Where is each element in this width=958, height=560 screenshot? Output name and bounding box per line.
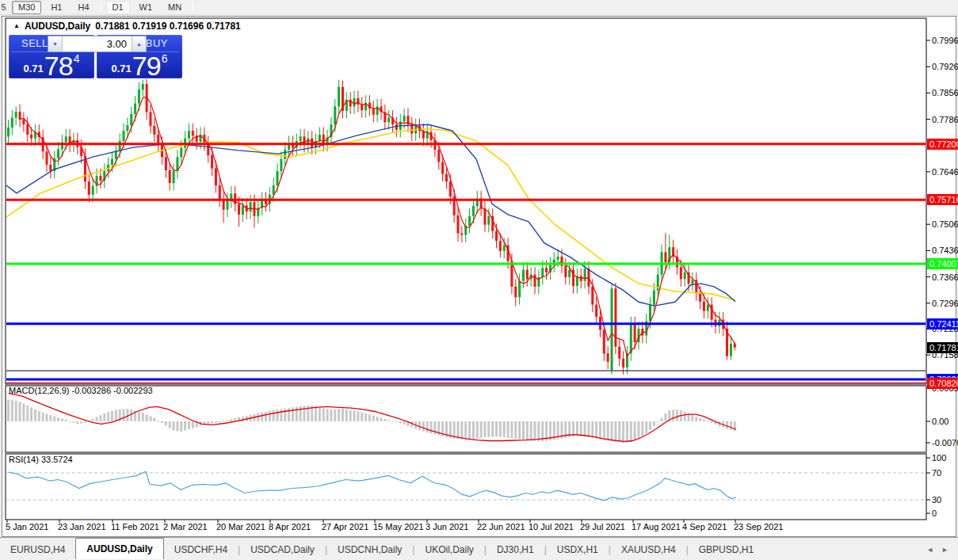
- price-line-label: 0.72411: [927, 318, 958, 330]
- buy-price-point: 6: [162, 52, 168, 65]
- main-pane: [3, 79, 926, 383]
- timeframe-button-h1[interactable]: H1: [44, 1, 68, 14]
- one-click-trade-panel: SELL 0.71784 BUY 0.71796 ▼ 3.00 ▲: [9, 35, 182, 78]
- volume-increase-button[interactable]: ▲: [132, 36, 146, 51]
- pane-frames: [6, 18, 930, 523]
- sell-price-point: 4: [74, 52, 80, 65]
- chevron-up-icon: ▲: [136, 41, 142, 47]
- buy-price-prefix: 0.71: [112, 63, 132, 74]
- volume-decrease-button[interactable]: ▼: [48, 36, 63, 51]
- toolbar-separator: [101, 2, 101, 13]
- rsi-pane: [6, 471, 926, 501]
- date-tick-label: 20 Mar 2021: [216, 522, 265, 531]
- price-tick-label: 0.79960: [932, 36, 958, 46]
- timeframe-button-w1[interactable]: W1: [133, 1, 159, 14]
- chart-tab-dj30-h1[interactable]: DJ30,H1: [487, 540, 544, 559]
- price-tick-label: 0.75060: [932, 219, 958, 230]
- collapse-panel-icon[interactable]: ▲: [13, 22, 20, 29]
- chart-tab-usdcad-daily[interactable]: USDCAD,Daily: [240, 540, 325, 559]
- date-tick-label: 2 Mar 2021: [163, 522, 208, 531]
- chart-tab-audusd-daily[interactable]: AUDUSD,Daily: [75, 538, 163, 559]
- toolbar-separator: [193, 2, 193, 13]
- price-tick-label: 0.76460: [932, 167, 958, 177]
- price-tick-label: 100: [932, 453, 946, 463]
- timeframe-button-d1[interactable]: D1: [106, 1, 130, 14]
- tabs-scroll-left-icon[interactable]: ◄: [926, 546, 933, 554]
- date-tick-label: 22 Jun 2021: [477, 522, 525, 531]
- date-tick-label: 4 Sep 2021: [682, 522, 727, 531]
- price-line-label: 0.70820: [927, 378, 958, 389]
- date-tick-label: 17 Aug 2021: [632, 522, 681, 531]
- mt4-terminal: 5M30H1H4D1W1MN ▲ AUDUSD,Daily 0.71881 0.…: [0, 0, 958, 560]
- price-tick-label: 0.74360: [932, 246, 958, 256]
- buy-button[interactable]: BUY: [146, 37, 168, 49]
- sell-price-prefix: 0.71: [24, 63, 44, 74]
- date-tick-label: 3 Jun 2021: [426, 522, 468, 531]
- price-tick-label: 30: [932, 495, 941, 505]
- date-tick-label: 27 Apr 2021: [322, 522, 368, 531]
- chart-tab-ukoil-daily[interactable]: UKOil,Daily: [414, 540, 483, 559]
- chevron-down-icon: ▼: [52, 41, 58, 47]
- chart-tab-gbpusd-h1[interactable]: GBPUSD,H1: [689, 540, 764, 559]
- price-tick-label: 70: [932, 468, 941, 478]
- date-tick-label: 15 May 2021: [373, 522, 424, 531]
- chart-tab-usdchf-h4[interactable]: USDCHF,H4: [164, 540, 238, 559]
- date-tick-label: 8 Apr 2021: [269, 522, 311, 531]
- price-line-label: 0.71781: [927, 342, 958, 353]
- date-tick-label: 23 Jan 2021: [58, 522, 106, 531]
- price-line-label: 0.75716: [927, 194, 958, 205]
- sell-button[interactable]: SELL: [21, 37, 48, 49]
- date-tick-label: 10 Jul 2021: [529, 522, 574, 531]
- date-tick-label: 5 Jan 2021: [6, 522, 48, 531]
- ohlc-values: 0.71881 0.71919 0.71696 0.71781: [95, 21, 241, 32]
- timeframe-button-h4[interactable]: H4: [71, 1, 95, 14]
- chart-title: ▲ AUDUSD,Daily 0.71881 0.71919 0.71696 0…: [13, 21, 241, 32]
- tabs-scroll-right-icon[interactable]: ►: [941, 546, 948, 554]
- volume-input[interactable]: 3.00: [63, 36, 132, 51]
- date-tick-label: 11 Feb 2021: [111, 522, 159, 531]
- price-tick-label: -0.007013: [932, 438, 958, 448]
- timeframe-button-5[interactable]: 5: [0, 1, 9, 14]
- price-tick-label: 0.79260: [932, 62, 958, 72]
- macd-pane: [7, 394, 736, 443]
- price-tick-label: 0.73660: [932, 272, 958, 283]
- sell-price[interactable]: 0.71784: [9, 51, 94, 78]
- buy-price[interactable]: 0.71796: [97, 51, 182, 78]
- date-tick-label: 23 Sep 2021: [734, 522, 783, 531]
- chart-tab-eurusd-h4[interactable]: EURUSD,H4: [0, 540, 75, 559]
- date-tick-label: 29 Jul 2021: [580, 522, 625, 531]
- plot-svg[interactable]: [2, 17, 956, 536]
- price-tick-label: 0.78560: [932, 88, 958, 98]
- price-line-label: 0.77200: [927, 139, 958, 150]
- volume-control: ▼ 3.00 ▲: [48, 36, 147, 52]
- chart-tab-usdcnh-daily[interactable]: USDCNH,Daily: [327, 540, 412, 559]
- timeframe-button-m30[interactable]: M30: [12, 1, 41, 14]
- symbol-period-label: AUDUSD,Daily: [25, 21, 90, 32]
- price-tick-label: 0.77860: [932, 115, 958, 125]
- chart-tab-bar: EURUSD,H4AUDUSD,DailyUSDCHF,H4|USDCAD,Da…: [0, 537, 958, 560]
- price-line-label: 0.74007: [927, 258, 958, 269]
- price-tick-label: 0: [932, 509, 937, 519]
- sell-price-pips: 78: [44, 54, 73, 78]
- price-tick-label: 0.72960: [932, 299, 958, 309]
- chart-tab-usdx-h1[interactable]: USDX,H1: [547, 540, 609, 559]
- macd-indicator-label: MACD(12,26,9) -0.003286 -0.002293: [9, 386, 153, 395]
- chart-tab-xauusd-h4[interactable]: XAUUSD,H4: [611, 540, 686, 559]
- timeframe-button-mn[interactable]: MN: [162, 1, 188, 14]
- buy-price-pips: 79: [132, 54, 161, 78]
- rsi-indicator-label: RSI(14) 33.5724: [9, 455, 73, 464]
- timeframe-toolbar: 5M30H1H4D1W1MN: [0, 0, 958, 15]
- price-tick-label: 0.00: [932, 417, 948, 427]
- chart-window: ▲ AUDUSD,Daily 0.71881 0.71919 0.71696 0…: [2, 16, 956, 537]
